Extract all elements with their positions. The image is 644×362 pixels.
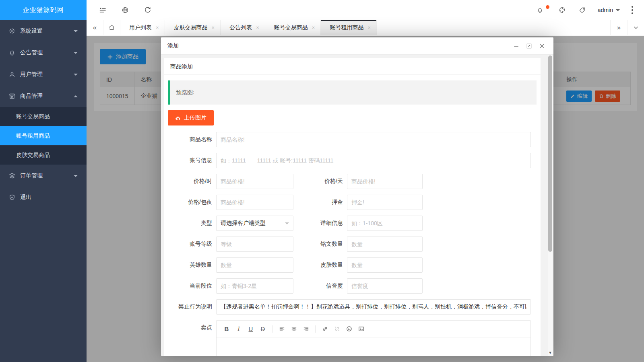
sidebar-subitem-account-rental[interactable]: 账号租用商品 [0,126,87,146]
price-hour-input[interactable] [216,174,293,189]
sidebar-item-announcements[interactable]: 公告管理 [0,42,87,64]
sidebar-subitem-skin-trade[interactable]: 皮肤交易商品 [0,146,87,165]
sidebar-item-logout[interactable]: 退出 [0,187,87,208]
tab-account-trade[interactable]: 账号交易商品× [265,20,321,35]
bell-icon[interactable] [532,0,548,20]
minimize-icon[interactable] [511,41,521,51]
tab-skin-trade[interactable]: 皮肤交易商品× [165,20,221,35]
scrollbar-down-arrow[interactable]: ▼ [548,351,553,355]
editor-content[interactable] [217,337,530,356]
tab-user-list[interactable]: 用户列表× [120,20,165,35]
detail-info-input[interactable] [347,216,423,231]
sidebar-item-label: 商品管理 [20,93,74,100]
collapse-menu-icon[interactable] [95,0,111,20]
price-day-input[interactable] [347,174,423,189]
hero-count-input[interactable] [216,257,293,273]
align-left-icon[interactable] [276,323,288,335]
tabs-scroll-right-icon[interactable]: » [610,20,627,35]
modal-title: 添加 [167,42,508,49]
emoji-icon[interactable] [343,323,355,335]
upload-image-label: 上传图片 [184,114,206,121]
tabs-scroll-left-icon[interactable]: « [87,20,103,35]
sidebar-item-goods[interactable]: 商品管理 [0,85,87,107]
user-menu[interactable]: admin [598,7,620,13]
tab-account-rental[interactable]: 账号租用商品× [321,20,377,35]
field-label: 卖点 [168,324,216,331]
underline-icon[interactable]: U [245,323,257,335]
skin-count-input[interactable] [347,257,423,273]
price-overnight-input[interactable] [216,195,293,210]
sidebar-item-label: 用户管理 [20,71,74,78]
bold-icon[interactable]: B [221,323,233,335]
sidebar-subitem-account-trade[interactable]: 账号交易商品 [0,107,87,126]
align-center-icon[interactable] [288,323,300,335]
field-label: 价格/时 [168,178,216,185]
field-label: 价格/包夜 [168,199,216,206]
deposit-input[interactable] [347,195,423,210]
tag-icon[interactable] [574,0,590,20]
modal-scrollbar[interactable]: ▼ [548,55,553,356]
more-menu-icon[interactable] [625,0,639,20]
inscription-count-input[interactable] [347,237,423,252]
close-icon[interactable]: × [156,25,159,31]
align-right-icon[interactable] [300,323,312,335]
tab-label: 公告列表 [229,24,252,31]
refresh-icon[interactable] [140,0,156,20]
sidebar-item-users[interactable]: 用户管理 [0,64,87,85]
sidebar-item-system-settings[interactable]: 系统设置 [0,20,87,42]
product-name-input[interactable] [216,132,531,147]
editor-toolbar: B I U D [217,321,530,337]
scrollbar-thumb[interactable] [548,56,552,252]
forbidden-behavior-input[interactable] [216,299,531,315]
tab-announcement-list[interactable]: 公告列表× [221,20,265,35]
shield-icon [9,194,15,201]
chevron-down-icon [74,175,78,177]
account-level-input[interactable] [216,237,293,252]
notification-badge-dot [546,5,549,9]
sidebar-item-label: 系统设置 [20,27,74,35]
client-type-select[interactable]: 请选择客户端类型 [216,216,293,231]
modal-titlebar: 添加 [161,37,553,55]
sidebar: 企业猫源码网 系统设置 公告管理 用户管理 商品管理 账号交易商品 账号租用商品 [0,0,87,362]
field-label: 账号信息 [168,157,216,164]
maximize-icon[interactable] [524,41,534,51]
tabs-menu-chevron-icon[interactable] [627,20,644,35]
account-info-input[interactable] [216,153,531,168]
tabbar: « 用户列表× 皮肤交易商品× 公告列表× 账号交易商品× 账号租用商品× » [87,20,644,35]
layers-icon [9,173,15,179]
field-label: 押金 [293,199,347,206]
italic-icon[interactable]: I [233,323,245,335]
current-rank-input[interactable] [216,278,293,294]
home-icon[interactable] [103,20,120,35]
field-label: 皮肤数量 [293,261,347,269]
tab-label: 皮肤交易商品 [174,24,208,31]
topbar: admin [87,0,644,20]
close-icon[interactable]: × [312,25,315,31]
globe-icon[interactable] [117,0,133,20]
upload-image-button[interactable]: 上传图片 [168,110,214,125]
sidebar-item-label: 公告管理 [20,49,74,56]
image-icon[interactable] [355,323,367,335]
field-label: 商品名称 [168,136,216,143]
close-icon[interactable]: × [256,25,259,31]
bell-icon [9,49,15,56]
close-icon[interactable] [537,41,547,51]
credit-input[interactable] [347,278,423,294]
sidebar-item-label: 订单管理 [20,172,74,179]
sidebar-subitem-label: 账号交易商品 [16,113,50,120]
unlink-icon[interactable] [331,323,343,335]
field-label: 禁止行为说明 [168,303,216,311]
field-label: 类型 [168,220,216,227]
app-logo: 企业猫源码网 [0,0,87,20]
sidebar-item-orders[interactable]: 订单管理 [0,165,87,187]
tab-label: 账号租用商品 [330,24,363,31]
strikethrough-icon[interactable]: D [257,323,269,335]
tab-label: 账号交易商品 [274,24,308,31]
close-icon[interactable]: × [212,25,215,31]
chevron-down-icon [74,74,78,76]
selling-point-editor: B I U D [216,320,531,356]
link-icon[interactable] [319,323,331,335]
palette-icon[interactable] [554,0,570,20]
username: admin [598,7,613,13]
close-icon[interactable]: × [367,25,371,31]
